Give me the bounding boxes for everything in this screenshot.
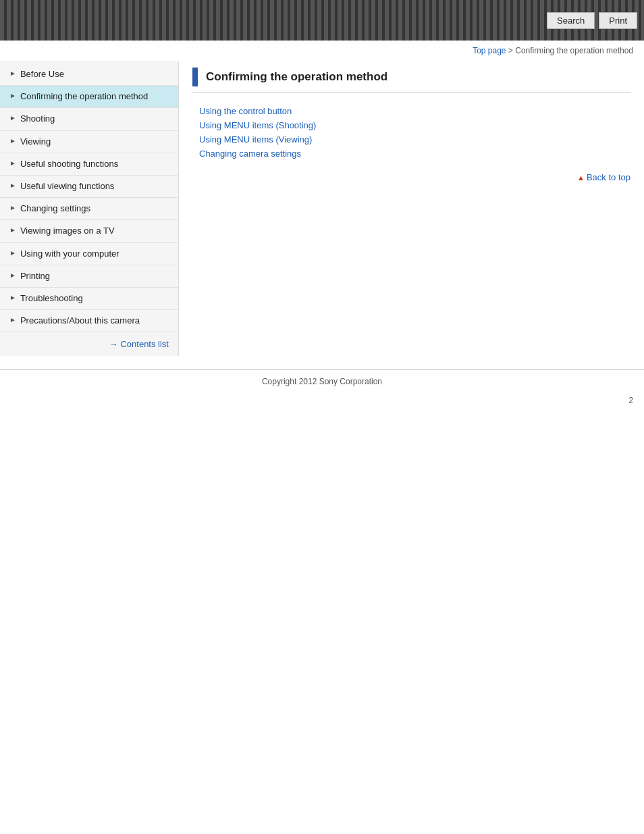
breadcrumb-separator: > — [506, 46, 516, 55]
sidebar-item-label: Troubleshooting — [20, 292, 171, 305]
sidebar-item-label: Viewing images on a TV — [20, 225, 171, 237]
sidebar-item-label: Confirming the operation method — [20, 90, 171, 103]
page-title: Confirming the operation method — [206, 68, 387, 86]
page-heading: Confirming the operation method — [192, 68, 630, 93]
contents-list-arrow-icon: → — [109, 339, 117, 349]
sidebar-item-troubleshooting[interactable]: ►Troubleshooting — [0, 288, 178, 310]
sidebar: ►Before Use►Confirming the operation met… — [0, 61, 179, 356]
breadcrumb-current: Confirming the operation method — [515, 46, 633, 55]
contents-list-link[interactable]: →Contents list — [109, 339, 169, 349]
sidebar-arrow-icon: ► — [9, 114, 16, 122]
sidebar-arrow-icon: ► — [9, 226, 16, 234]
sidebar-item-viewing-tv[interactable]: ►Viewing images on a TV — [0, 220, 178, 242]
sidebar-item-before-use[interactable]: ►Before Use — [0, 63, 178, 86]
breadcrumb-top-link[interactable]: Top page — [473, 46, 506, 55]
content-area: Confirming the operation method Using th… — [179, 61, 644, 196]
back-to-top: ▲Back to top — [192, 172, 630, 182]
back-to-top-label: Back to top — [587, 172, 630, 182]
sidebar-arrow-icon: ► — [9, 271, 16, 279]
content-link[interactable]: Using MENU items (Shooting) — [199, 120, 630, 130]
sidebar-arrow-icon: ► — [9, 137, 16, 145]
sidebar-item-useful-viewing[interactable]: ►Useful viewing functions — [0, 176, 178, 198]
contents-list-label: Contents list — [120, 339, 169, 349]
header: Search Print — [0, 0, 644, 41]
sidebar-item-label: Before Use — [20, 68, 171, 80]
back-to-top-icon: ▲ — [577, 174, 585, 182]
sidebar-arrow-icon: ► — [9, 204, 16, 211]
content-link[interactable]: Using the control button — [199, 106, 630, 116]
sidebar-item-label: Viewing — [20, 136, 171, 148]
footer: Copyright 2012 Sony Corporation — [0, 369, 644, 393]
sidebar-item-using-computer[interactable]: ►Using with your computer — [0, 243, 178, 265]
sidebar-arrow-icon: ► — [9, 316, 16, 323]
back-to-top-link[interactable]: ▲Back to top — [577, 172, 630, 182]
search-button[interactable]: Search — [547, 12, 595, 29]
sidebar-item-precautions[interactable]: ►Precautions/About this camera — [0, 310, 178, 332]
sidebar-item-label: Shooting — [20, 113, 171, 125]
sidebar-item-useful-shooting[interactable]: ►Useful shooting functions — [0, 153, 178, 176]
copyright-text: Copyright 2012 Sony Corporation — [262, 377, 382, 386]
content-link[interactable]: Using MENU items (Viewing) — [199, 134, 630, 145]
sidebar-item-viewing[interactable]: ►Viewing — [0, 131, 178, 153]
sidebar-arrow-icon: ► — [9, 159, 16, 167]
sidebar-arrow-icon: ► — [9, 182, 16, 189]
content-link[interactable]: Changing camera settings — [199, 149, 630, 159]
sidebar-item-label: Useful shooting functions — [20, 158, 171, 170]
sidebar-arrow-icon: ► — [9, 70, 16, 77]
sidebar-item-shooting[interactable]: ►Shooting — [0, 108, 178, 130]
sidebar-arrow-icon: ► — [9, 294, 16, 301]
sidebar-item-label: Using with your computer — [20, 248, 171, 260]
sidebar-arrow-icon: ► — [9, 249, 16, 257]
sidebar-item-label: Changing settings — [20, 203, 171, 215]
page-number: 2 — [0, 393, 644, 408]
sidebar-item-printing[interactable]: ►Printing — [0, 265, 178, 288]
main-layout: ►Before Use►Confirming the operation met… — [0, 61, 644, 356]
breadcrumb: Top page > Confirming the operation meth… — [0, 41, 644, 61]
content-links: Using the control buttonUsing MENU items… — [192, 103, 630, 159]
sidebar-arrow-icon: ► — [9, 92, 16, 99]
page-heading-accent — [192, 68, 198, 86]
sidebar-footer: →Contents list — [0, 332, 178, 356]
sidebar-item-confirming-operation[interactable]: ►Confirming the operation method — [0, 86, 178, 108]
sidebar-item-label: Printing — [20, 270, 171, 282]
sidebar-item-label: Useful viewing functions — [20, 180, 171, 192]
sidebar-item-changing-settings[interactable]: ►Changing settings — [0, 198, 178, 220]
sidebar-item-label: Precautions/About this camera — [20, 315, 171, 327]
print-button[interactable]: Print — [599, 12, 637, 29]
